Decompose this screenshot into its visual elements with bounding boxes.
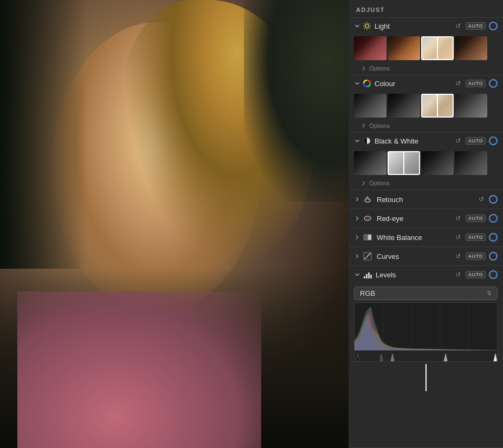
light-thumb-3[interactable] bbox=[455, 36, 487, 60]
bw-thumb-3[interactable] bbox=[455, 151, 487, 175]
white-balance-title: White Balance bbox=[377, 233, 454, 242]
levels-icon bbox=[363, 270, 372, 280]
svg-rect-24 bbox=[370, 275, 372, 278]
colour-toggle[interactable] bbox=[489, 79, 498, 88]
redeye-chevron-icon bbox=[354, 215, 360, 222]
svg-rect-17 bbox=[368, 235, 371, 240]
photo-preview bbox=[0, 0, 349, 448]
bw-options-chevron-icon bbox=[360, 180, 367, 186]
colour-section-header[interactable]: Colour ↺ AUTO bbox=[349, 75, 503, 92]
levels-undo-button[interactable]: ↺ bbox=[454, 270, 462, 279]
levels-section-actions: ↺ AUTO bbox=[454, 270, 498, 279]
svg-rect-21 bbox=[364, 276, 365, 278]
curves-icon bbox=[363, 251, 372, 261]
svg-point-0 bbox=[365, 24, 369, 28]
light-toggle[interactable] bbox=[489, 22, 498, 30]
levels-section-title: Levels bbox=[376, 271, 454, 279]
levels-indicator-area bbox=[349, 364, 503, 391]
light-section-title: Light bbox=[375, 22, 454, 30]
colour-section-actions: ↺ AUTO bbox=[454, 79, 498, 88]
light-options-chevron-icon bbox=[360, 65, 367, 72]
bw-section-title: Black & White bbox=[375, 137, 454, 145]
colour-thumb-3[interactable] bbox=[455, 94, 487, 118]
svg-rect-23 bbox=[368, 272, 370, 278]
light-options-row[interactable]: Options bbox=[349, 63, 503, 75]
bw-section-actions: ↺ AUTO bbox=[454, 137, 498, 145]
bw-auto-badge[interactable]: AUTO bbox=[466, 137, 486, 145]
colour-undo-button[interactable]: ↺ bbox=[454, 79, 462, 88]
colour-auto-badge[interactable]: AUTO bbox=[466, 80, 486, 87]
levels-auto-badge[interactable]: AUTO bbox=[466, 271, 486, 278]
light-section-header[interactable]: Light ↺ AUTO bbox=[349, 18, 503, 34]
colour-thumb-selected[interactable] bbox=[421, 94, 454, 118]
colour-section: Colour ↺ AUTO Options bbox=[349, 75, 503, 133]
curves-actions: ↺ AUTO bbox=[454, 252, 498, 261]
colour-options-label: Options bbox=[369, 122, 390, 129]
histogram-container bbox=[354, 302, 498, 362]
light-chevron-icon bbox=[354, 23, 360, 29]
curves-chevron-icon bbox=[354, 253, 360, 259]
bw-thumbnail-strip bbox=[349, 149, 503, 178]
svg-point-15 bbox=[367, 218, 368, 219]
light-thumb-1[interactable] bbox=[354, 36, 386, 60]
svg-rect-29 bbox=[354, 351, 497, 361]
bw-options-row[interactable]: Options bbox=[349, 178, 503, 190]
svg-rect-16 bbox=[364, 235, 367, 240]
svg-rect-22 bbox=[366, 274, 367, 278]
retouch-chevron-icon bbox=[354, 196, 360, 203]
white-balance-auto-badge[interactable]: AUTO bbox=[466, 233, 486, 241]
redeye-icon bbox=[363, 213, 372, 223]
light-thumbnail-strip bbox=[349, 34, 503, 63]
levels-toggle[interactable] bbox=[489, 270, 498, 279]
retouch-icon bbox=[363, 194, 372, 204]
redeye-toggle[interactable] bbox=[489, 214, 498, 223]
svg-line-8 bbox=[364, 28, 365, 28]
curves-toggle[interactable] bbox=[489, 252, 498, 261]
white-balance-section[interactable]: White Balance ↺ AUTO bbox=[349, 228, 503, 247]
bw-section-icon bbox=[363, 137, 371, 145]
light-auto-badge[interactable]: AUTO bbox=[466, 22, 486, 30]
colour-options-row[interactable]: Options bbox=[349, 121, 503, 132]
white-balance-chevron-icon bbox=[354, 234, 360, 241]
levels-vertical-indicator bbox=[425, 364, 427, 391]
curves-undo-button[interactable]: ↺ bbox=[454, 252, 462, 261]
bw-section: Black & White ↺ AUTO Options bbox=[349, 133, 503, 190]
levels-section-header[interactable]: Levels ↺ AUTO bbox=[349, 266, 503, 283]
redeye-title: Red-eye bbox=[377, 215, 454, 223]
bw-toggle[interactable] bbox=[489, 137, 498, 145]
white-balance-icon bbox=[363, 232, 372, 242]
light-thumb-2[interactable] bbox=[388, 36, 420, 60]
white-balance-actions: ↺ AUTO bbox=[454, 233, 498, 242]
retouch-section[interactable]: Retouch ↺ bbox=[349, 190, 503, 209]
rgb-dropdown[interactable]: RGB ⇅ bbox=[354, 287, 498, 300]
colour-chevron-icon bbox=[354, 80, 360, 87]
curves-auto-badge[interactable]: AUTO bbox=[466, 252, 486, 260]
colour-section-title: Colour bbox=[375, 80, 454, 88]
light-section-icon bbox=[363, 22, 371, 30]
light-thumb-selected[interactable] bbox=[421, 36, 454, 60]
retouch-undo-button[interactable]: ↺ bbox=[477, 195, 486, 204]
svg-line-6 bbox=[369, 28, 369, 28]
bw-section-header[interactable]: Black & White ↺ AUTO bbox=[349, 133, 503, 149]
bw-chevron-icon bbox=[354, 138, 360, 144]
bw-thumb-1[interactable] bbox=[354, 151, 386, 175]
bw-thumb-selected[interactable] bbox=[388, 151, 420, 175]
bw-undo-button[interactable]: ↺ bbox=[454, 137, 462, 145]
colour-thumb-1[interactable] bbox=[354, 94, 386, 118]
curves-section[interactable]: Curves ↺ AUTO bbox=[349, 247, 503, 266]
colour-thumbnail-strip bbox=[349, 92, 503, 121]
light-undo-button[interactable]: ↺ bbox=[454, 22, 462, 30]
redeye-section[interactable]: Red-eye ↺ AUTO bbox=[349, 209, 503, 228]
light-section-actions: ↺ AUTO bbox=[454, 22, 498, 30]
retouch-toggle[interactable] bbox=[489, 195, 498, 204]
redeye-undo-button[interactable]: ↺ bbox=[454, 214, 462, 223]
white-balance-toggle[interactable] bbox=[489, 233, 498, 242]
redeye-auto-badge[interactable]: AUTO bbox=[466, 215, 486, 222]
bw-options-label: Options bbox=[369, 180, 390, 186]
colour-thumb-2[interactable] bbox=[388, 94, 420, 118]
retouch-title: Retouch bbox=[377, 196, 477, 204]
white-balance-undo-button[interactable]: ↺ bbox=[454, 233, 462, 242]
svg-line-5 bbox=[364, 23, 365, 24]
bw-thumb-2[interactable] bbox=[421, 151, 454, 175]
colour-section-icon bbox=[363, 79, 371, 88]
